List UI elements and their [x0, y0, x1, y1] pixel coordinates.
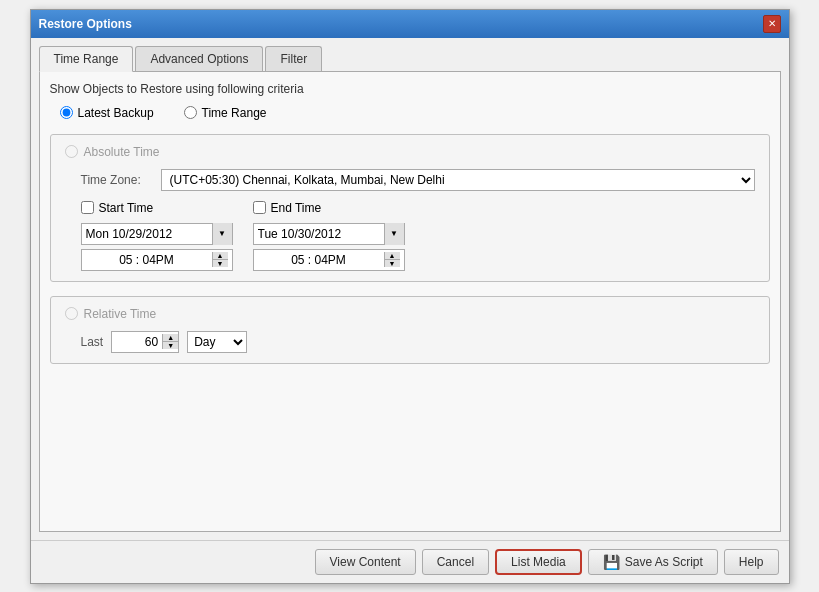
number-input-wrapper: ▲ ▼ [111, 331, 179, 353]
save-as-script-button[interactable]: 💾 Save As Script [588, 549, 718, 575]
tab-time-range[interactable]: Time Range [39, 46, 134, 72]
time-range-option[interactable]: Time Range [184, 106, 267, 120]
unit-select[interactable]: Day Week Month [187, 331, 247, 353]
end-time-checkbox[interactable] [253, 201, 266, 214]
cancel-button[interactable]: Cancel [422, 549, 489, 575]
end-time-col: End Time ▼ ▲ ▼ [253, 201, 405, 271]
number-spin-btns: ▲ ▼ [162, 334, 178, 349]
title-bar-controls: ✕ [763, 15, 781, 33]
timezone-row: Time Zone: (UTC+05:30) Chennai, Kolkata,… [81, 169, 755, 191]
last-number-input[interactable] [112, 332, 162, 352]
number-spin-up[interactable]: ▲ [163, 334, 178, 342]
tabs-container: Time Range Advanced Options Filter [39, 46, 781, 72]
backup-type-radio-group: Latest Backup Time Range [60, 106, 770, 120]
relative-time-section: Relative Time Last ▲ ▼ Day Week Mont [50, 296, 770, 364]
save-as-script-label: Save As Script [625, 555, 703, 569]
latest-backup-radio[interactable] [60, 106, 73, 119]
list-media-button[interactable]: List Media [495, 549, 582, 575]
end-time-input[interactable] [254, 250, 384, 270]
latest-backup-option[interactable]: Latest Backup [60, 106, 154, 120]
start-time-input[interactable] [82, 250, 212, 270]
footer: View Content Cancel List Media 💾 Save As… [31, 540, 789, 583]
close-button[interactable]: ✕ [763, 15, 781, 33]
criteria-label: Show Objects to Restore using following … [50, 82, 770, 96]
start-time-spin-up[interactable]: ▲ [213, 252, 228, 260]
relative-row: Last ▲ ▼ Day Week Month [81, 331, 755, 353]
title-bar: Restore Options ✕ [31, 10, 789, 38]
relative-time-radio[interactable] [65, 307, 78, 320]
end-time-spin-down[interactable]: ▼ [385, 260, 400, 267]
absolute-time-label: Absolute Time [84, 145, 160, 159]
view-content-button[interactable]: View Content [315, 549, 416, 575]
latest-backup-label: Latest Backup [78, 106, 154, 120]
end-time-spin-up[interactable]: ▲ [385, 252, 400, 260]
time-range-label: Time Range [202, 106, 267, 120]
number-spin-down[interactable]: ▼ [163, 342, 178, 349]
end-time-spin-btns: ▲ ▼ [384, 252, 400, 267]
start-date-input-wrapper: ▼ [81, 223, 233, 245]
start-time-label: Start Time [99, 201, 154, 215]
end-time-label: End Time [271, 201, 322, 215]
end-date-input[interactable] [254, 224, 384, 244]
help-button[interactable]: Help [724, 549, 779, 575]
absolute-time-title-row: Absolute Time [65, 145, 755, 159]
start-time-input-wrapper: ▲ ▼ [81, 249, 233, 271]
relative-time-label: Relative Time [84, 307, 157, 321]
start-time-spin-btns: ▲ ▼ [212, 252, 228, 267]
relative-time-title-row: Relative Time [65, 307, 755, 321]
start-time-checkbox-row: Start Time [81, 201, 233, 215]
start-date-input[interactable] [82, 224, 212, 244]
start-date-dropdown-btn[interactable]: ▼ [212, 223, 232, 245]
datetime-row: Start Time ▼ ▲ ▼ [81, 201, 755, 271]
start-time-spin-down[interactable]: ▼ [213, 260, 228, 267]
time-range-radio[interactable] [184, 106, 197, 119]
window-title: Restore Options [39, 17, 132, 31]
start-time-col: Start Time ▼ ▲ ▼ [81, 201, 233, 271]
tab-content: Show Objects to Restore using following … [39, 72, 781, 532]
end-time-input-wrapper: ▲ ▼ [253, 249, 405, 271]
end-date-dropdown-btn[interactable]: ▼ [384, 223, 404, 245]
tab-advanced-options[interactable]: Advanced Options [135, 46, 263, 71]
tab-filter[interactable]: Filter [265, 46, 322, 71]
restore-options-window: Restore Options ✕ Time Range Advanced Op… [30, 9, 790, 584]
window-body: Time Range Advanced Options Filter Show … [31, 38, 789, 540]
last-label: Last [81, 335, 104, 349]
start-time-checkbox[interactable] [81, 201, 94, 214]
timezone-select[interactable]: (UTC+05:30) Chennai, Kolkata, Mumbai, Ne… [161, 169, 755, 191]
timezone-label: Time Zone: [81, 173, 151, 187]
end-time-checkbox-row: End Time [253, 201, 405, 215]
script-icon: 💾 [603, 554, 620, 570]
absolute-time-section: Absolute Time Time Zone: (UTC+05:30) Che… [50, 134, 770, 282]
end-date-input-wrapper: ▼ [253, 223, 405, 245]
absolute-time-radio[interactable] [65, 145, 78, 158]
